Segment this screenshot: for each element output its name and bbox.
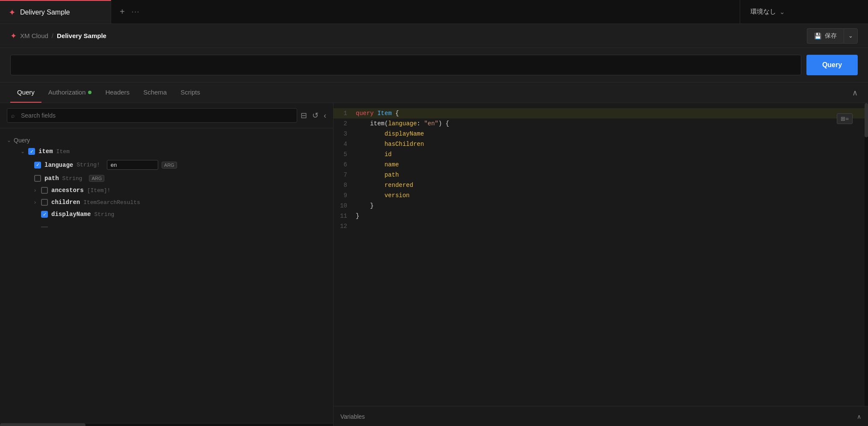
tree-arg-path[interactable]: path String ARG [7,172,326,184]
tab-authorization[interactable]: Authorization [41,83,99,103]
line-num-7: 7 [334,172,354,178]
item-checkbox[interactable] [28,148,35,155]
line-num-6: 6 [334,161,354,168]
right-scrollbar[interactable] [865,103,868,406]
search-input[interactable] [7,108,297,123]
variables-chevron-up-icon[interactable]: ∧ [857,413,861,420]
ancestors-checkbox[interactable] [41,187,48,194]
code-content-10: } [354,202,865,209]
url-bar: https://edge.sitecorecloud.io/api/graphq… [0,48,868,83]
code-line-4: 4 hasChildren [334,139,865,149]
format-button[interactable]: ⊞= [837,113,853,124]
tab-bar: ✦ Delivery Sample + ··· 環境なし ⌄ [0,0,868,24]
breadcrumb-parent[interactable]: XM Cloud [20,32,48,39]
language-arg-input[interactable] [107,160,158,170]
line-num-2: 2 [334,120,354,127]
code-line-7: 7 path [334,170,865,180]
code-line-3: 3 displayName [334,129,865,139]
code-editor[interactable]: 1 query Item { 2 item(language: "en") { [334,103,865,406]
tree-section-query: ⌄ Query ⌄ item Item language String! ARG [0,132,333,237]
code-content-4: hasChildren [354,141,865,148]
tree-query-root[interactable]: ⌄ Query [7,135,326,145]
item-chevron-down-icon: ⌄ [21,148,25,154]
filter-icon[interactable]: ⊟ [301,111,307,120]
save-chevron-down-icon: ⌄ [848,33,853,39]
language-checkbox[interactable] [34,162,41,169]
tree-arg-language[interactable]: language String! ARG [7,157,326,172]
editor-container: 1 query Item { 2 item(language: "en") { [334,103,868,406]
code-content-3: displayName [354,130,865,137]
code-line-11: 11 } [334,211,865,221]
active-tab[interactable]: ✦ Delivery Sample [0,0,111,24]
tree-item-children[interactable]: › children ItemSearchResults [7,196,326,208]
item-field-type: Item [56,148,70,155]
language-field-type: String! [77,162,100,168]
new-tab-button[interactable]: + [120,7,125,17]
code-content-2: item(language: "en") { [354,120,865,127]
active-tab-label: Delivery Sample [20,9,70,16]
save-button-group: 💾 保存 ⌄ [807,28,858,44]
line-num-9: 9 [334,192,354,199]
variables-panel[interactable]: Variables ∧ [334,406,868,426]
horizontal-scrollbar[interactable] [0,423,333,426]
code-line-2: 2 item(language: "en") { [334,118,865,129]
tab-schema[interactable]: Schema [136,83,174,103]
displayname-field-type: String [94,211,114,218]
breadcrumb-current: Delivery Sample [57,32,106,39]
env-selector[interactable]: 環境なし ⌄ [740,0,868,24]
line-num-8: 8 [334,182,354,189]
tree-item-displayname[interactable]: displayName String [7,208,326,220]
code-line-10: 10 } [334,201,865,211]
path-checkbox[interactable] [34,175,41,182]
children-field-name: children [51,199,80,206]
line-num-12: 12 [334,223,354,230]
save-disk-icon: 💾 [814,33,821,39]
env-chevron-icon: ⌄ [779,8,785,16]
code-line-1: 1 query Item { [334,108,865,118]
code-line-12: 12 [334,221,865,231]
line-num-4: 4 [334,141,354,148]
path-arg-badge: ARG [89,175,104,182]
tab-schema-label: Schema [143,89,167,96]
tab-query-label: Query [17,89,35,96]
toolbar-icons: ⊟ ↺ ‹ [301,111,326,120]
breadcrumb-icon: ✦ [10,31,17,41]
save-dropdown-button[interactable]: ⌄ [844,28,858,44]
authorization-active-dot [88,91,92,94]
tab-star-icon: ✦ [9,7,16,18]
tree-item-more: — [7,220,326,233]
tree-item-ancestors[interactable]: › ancestors [Item]! [7,184,326,196]
refresh-icon[interactable]: ↺ [312,111,319,120]
save-label: 保存 [825,32,837,40]
tab-headers[interactable]: Headers [98,83,136,103]
collapse-icon[interactable]: ‹ [324,111,326,120]
line-num-1: 1 [334,110,354,117]
path-field-name: path [44,175,59,182]
code-line-6: 6 name [334,160,865,170]
main-content: ⌕ ⊟ ↺ ‹ ⌄ Query ⌄ item [0,103,868,426]
url-input[interactable]: https://edge.sitecorecloud.io/api/graphq… [10,55,801,75]
code-content-5: id [354,151,865,158]
env-label: 環境なし [750,8,776,16]
displayname-field-name: displayName [51,211,91,218]
collapse-panel-button[interactable]: ∧ [852,88,858,98]
nav-tabs: Query Authorization Headers Schema Scrip… [0,83,868,103]
code-content-9: version [354,192,865,199]
code-content-6: name [354,161,865,168]
more-tabs-button[interactable]: ··· [132,8,140,16]
tree-item-item[interactable]: ⌄ item Item [7,145,326,157]
item-field-name: item [38,148,53,155]
query-chevron-down-icon: ⌄ [7,137,11,143]
displayname-checkbox[interactable] [41,211,48,218]
query-button[interactable]: Query [806,55,858,75]
tab-authorization-label: Authorization [48,89,86,96]
line-num-11: 11 [334,213,354,219]
tab-query[interactable]: Query [10,83,41,103]
save-button[interactable]: 💾 保存 [807,28,844,44]
tab-controls: + ··· [111,0,148,24]
language-arg-badge: ARG [162,162,177,169]
tree-query-label: Query [14,137,30,144]
code-line-8: 8 rendered [334,180,865,190]
tab-scripts[interactable]: Scripts [174,83,207,103]
children-checkbox[interactable] [41,199,48,206]
